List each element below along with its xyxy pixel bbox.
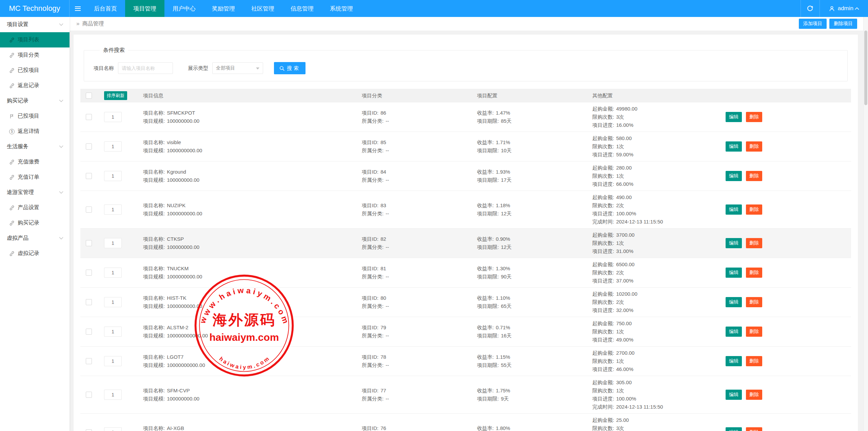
sort-order-input[interactable]: 1 <box>104 327 122 337</box>
sidebar-item-recharge-orders[interactable]: 充值订单 <box>0 170 70 185</box>
sidebar-item-project-list[interactable]: 项目列表 <box>0 32 70 47</box>
field-label: 收益率: <box>477 236 494 242</box>
sort-order-input[interactable]: 1 <box>104 268 122 278</box>
nav-item[interactable]: 系统管理 <box>322 0 361 17</box>
delete-button[interactable]: 删除 <box>746 427 762 431</box>
nav-item[interactable]: 信息管理 <box>282 0 322 17</box>
add-project-button[interactable]: 添加项目 <box>799 19 827 29</box>
field-label: 项目名称: <box>143 388 165 393</box>
row-checkbox[interactable] <box>86 429 92 431</box>
field-label: 所属分类: <box>362 303 383 309</box>
display-type-select[interactable]: 全部项目 <box>212 62 263 74</box>
sort-order-input[interactable]: 1 <box>104 141 122 152</box>
row-checkbox[interactable] <box>86 240 92 246</box>
sidebar-item-interest-details[interactable]: $ 返息详情 <box>0 124 70 139</box>
field-label: 项目名称: <box>143 139 165 145</box>
sidebar-item-product-settings[interactable]: 产品设置 <box>0 200 70 215</box>
sort-order-input[interactable]: 1 <box>104 204 122 215</box>
edit-button[interactable]: 编辑 <box>726 171 742 181</box>
row-checkbox[interactable] <box>86 299 92 305</box>
field-label: 收益率: <box>477 139 494 145</box>
page-scrollbar[interactable] <box>863 17 868 431</box>
sort-order-input[interactable]: 1 <box>104 427 122 431</box>
edit-button[interactable]: 编辑 <box>726 327 742 337</box>
row-checkbox[interactable] <box>86 270 92 276</box>
project-id: 81 <box>380 266 386 271</box>
nav-item[interactable]: 社区管理 <box>243 0 282 17</box>
yield-rate: 1.93% <box>496 169 510 175</box>
sidebar-item-recharge-pay[interactable]: 充值缴费 <box>0 154 70 170</box>
nav-item[interactable]: 用户中心 <box>164 0 204 17</box>
row-checkbox[interactable] <box>86 173 92 179</box>
table-row: 1 项目名称:visible 项目规模:1000000000.00 项目ID:8… <box>80 132 851 161</box>
col-header-other: 其他配置 <box>592 93 726 99</box>
edit-button[interactable]: 编辑 <box>726 427 742 431</box>
edit-button[interactable]: 编辑 <box>726 141 742 152</box>
sort-refresh-button[interactable]: 排序刷新 <box>104 91 127 100</box>
sort-order-input[interactable]: 1 <box>104 297 122 307</box>
project-progress: 31.00% <box>616 248 633 254</box>
row-checkbox[interactable] <box>86 114 92 120</box>
delete-button[interactable]: 删除 <box>746 141 762 152</box>
delete-project-button[interactable]: 删除项目 <box>829 19 857 29</box>
sidebar-group-tuyoubao[interactable]: 途游宝管理 <box>0 185 70 200</box>
field-label: 起购金额: <box>592 106 614 112</box>
select-all-checkbox[interactable] <box>86 93 92 99</box>
sidebar-item-interest-records[interactable]: 返息记录 <box>0 78 70 93</box>
project-category: -- <box>386 333 389 338</box>
row-checkbox[interactable] <box>86 329 92 335</box>
sidebar-item-invested-projects[interactable]: 已投项目 <box>0 63 70 78</box>
sidebar-group-life-services[interactable]: 生活服务 <box>0 139 70 154</box>
delete-button[interactable]: 删除 <box>746 297 762 307</box>
edit-button[interactable]: 编辑 <box>726 356 742 366</box>
delete-button[interactable]: 删除 <box>746 238 762 248</box>
nav-item[interactable]: 项目管理 <box>125 0 164 17</box>
scrollbar-thumb[interactable] <box>864 31 867 105</box>
edit-button[interactable]: 编辑 <box>726 297 742 307</box>
refresh-button[interactable] <box>801 0 820 17</box>
delete-button[interactable]: 删除 <box>746 268 762 278</box>
sidebar-group-project-settings[interactable]: 项目设置 <box>0 17 70 32</box>
sidebar-toggle-button[interactable] <box>70 0 86 17</box>
nav-item[interactable]: 后台首页 <box>86 0 125 17</box>
field-label: 项目期限: <box>477 244 499 250</box>
user-menu[interactable]: admin <box>820 0 868 17</box>
project-name-input[interactable] <box>118 62 173 74</box>
table-row: 1 项目名称:ALSTM-2 项目规模:100000000000.00 项目ID… <box>80 317 851 347</box>
sort-order-input[interactable]: 1 <box>104 112 122 122</box>
project-scale: 100000000.00 <box>167 396 199 401</box>
sidebar-group-virtual-products[interactable]: 虚拟产品 <box>0 231 70 246</box>
edit-button[interactable]: 编辑 <box>726 204 742 215</box>
sidebar-group-purchase-records[interactable]: 购买记录 <box>0 93 70 109</box>
sidebar-item-invested-projects-2[interactable]: 已投项目 <box>0 109 70 124</box>
sort-order-input[interactable]: 1 <box>104 238 122 248</box>
row-checkbox[interactable] <box>86 207 92 213</box>
edit-button[interactable]: 编辑 <box>726 112 742 122</box>
purchase-limit: 1次 <box>616 173 624 179</box>
nav-item[interactable]: 奖励管理 <box>204 0 243 17</box>
delete-button[interactable]: 删除 <box>746 112 762 122</box>
search-button[interactable]: 搜索 <box>274 62 305 74</box>
sort-order-input[interactable]: 1 <box>104 390 122 400</box>
row-checkbox[interactable] <box>86 143 92 150</box>
edit-button[interactable]: 编辑 <box>726 268 742 278</box>
sort-order-input[interactable]: 1 <box>104 171 122 181</box>
sidebar-item-virtual-records[interactable]: 虚拟记录 <box>0 246 70 261</box>
table-row: 1 项目名称:LGOT7 项目规模:10000000000.00 项目ID:78… <box>80 347 851 376</box>
project-category: -- <box>386 396 389 401</box>
delete-button[interactable]: 删除 <box>746 390 762 400</box>
row-checkbox[interactable] <box>86 392 92 398</box>
sort-order-input[interactable]: 1 <box>104 356 122 366</box>
delete-button[interactable]: 删除 <box>746 327 762 337</box>
edit-button[interactable]: 编辑 <box>726 390 742 400</box>
sidebar-item-purchase-records-2[interactable]: 购买记录 <box>0 215 70 231</box>
edit-button[interactable]: 编辑 <box>726 238 742 248</box>
field-label: 项目ID: <box>362 236 378 242</box>
delete-button[interactable]: 删除 <box>746 171 762 181</box>
delete-button[interactable]: 删除 <box>746 356 762 366</box>
project-name: SFM-CVP <box>167 388 190 393</box>
field-label: 项目进度: <box>592 366 614 372</box>
delete-button[interactable]: 删除 <box>746 204 762 215</box>
row-checkbox[interactable] <box>86 358 92 364</box>
sidebar-item-project-category[interactable]: 项目分类 <box>0 47 70 63</box>
